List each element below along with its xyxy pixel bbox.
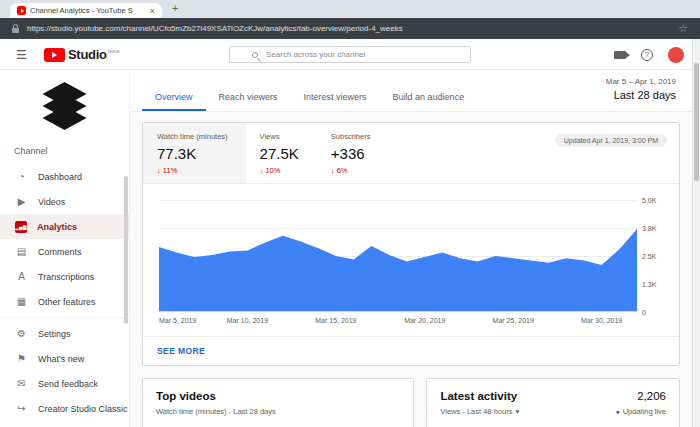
- url-text[interactable]: https://studio.youtube.com/channel/UCfo5…: [27, 24, 678, 33]
- summary-cards: Top videos Watch time (minutes) - Last 2…: [142, 378, 680, 427]
- channel-avatar[interactable]: [38, 82, 92, 132]
- sidebar-item-label: Comments: [38, 247, 82, 257]
- search-icon: [252, 52, 258, 58]
- tab-close-icon[interactable]: ×: [150, 6, 155, 16]
- sidebar-item-transcriptions[interactable]: A Transcriptions: [0, 264, 129, 289]
- tab-interest-viewers[interactable]: Interest viewers: [291, 85, 380, 111]
- sidebar-item-whats-new[interactable]: ⚑ What's new: [0, 346, 129, 371]
- metric-subscribers[interactable]: Subscribers +336 ↓ 6%: [317, 123, 389, 183]
- metric-value: +336: [331, 145, 371, 162]
- sidebar-item-send-feedback[interactable]: ✉ Send feedback: [0, 371, 129, 396]
- metric-watch-time[interactable]: Watch time (minutes) 77.3K ↓ 11%: [143, 123, 246, 183]
- y-axis-tick: 0: [642, 309, 674, 316]
- tab-build-audience[interactable]: Build an audience: [380, 85, 478, 111]
- metric-delta: ↓ 6%: [331, 166, 371, 175]
- help-icon[interactable]: ?: [641, 49, 653, 61]
- sidebar-scrollbar[interactable]: [124, 176, 128, 324]
- logo-text: Studio: [68, 47, 107, 62]
- y-axis-tick: 5.0K: [642, 197, 674, 204]
- x-axis-tick: Mar 25, 2019: [493, 317, 534, 324]
- x-axis-tick: Mar 15, 2019: [315, 317, 356, 324]
- other-features-icon: ▦: [15, 295, 28, 308]
- sidebar-item-label: Settings: [38, 329, 71, 339]
- account-avatar[interactable]: [668, 47, 684, 63]
- updating-live-label: Updating live: [623, 407, 666, 416]
- sidebar: Channel ◔ Dashboard ▶ Videos ▂▅▇ Analyti…: [0, 70, 130, 427]
- channel-label: Channel: [14, 146, 129, 156]
- sidebar-item-label: Creator Studio Classic: [38, 404, 128, 414]
- date-range-picker[interactable]: Mar 5 – Apr 1, 2019 Last 28 days: [606, 77, 676, 101]
- videos-icon: ▶: [15, 195, 28, 208]
- date-range-preset: Last 28 days: [606, 89, 676, 101]
- channel-search-box[interactable]: [229, 46, 471, 63]
- latest-activity-subrow: Views - Last 48 hours▾ ●Updating live: [440, 407, 666, 416]
- top-videos-subtitle: Watch time (minutes) - Last 28 days: [156, 407, 400, 416]
- header-actions: ?: [614, 39, 684, 70]
- analytics-main: Overview Reach viewers Interest viewers …: [130, 70, 692, 427]
- metric-delta-value: 10%: [265, 166, 280, 175]
- sidebar-item-label: What's new: [38, 354, 84, 364]
- tab-overview[interactable]: Overview: [142, 85, 206, 111]
- sidebar-item-settings[interactable]: ⚙ Settings: [0, 321, 129, 346]
- sidebar-item-creator-studio-classic[interactable]: ↪ Creator Studio Classic: [0, 396, 129, 421]
- address-bar: https://studio.youtube.com/channel/UCfo5…: [0, 18, 700, 39]
- date-range-text: Mar 5 – Apr 1, 2019: [606, 77, 676, 86]
- tab-reach-viewers[interactable]: Reach viewers: [206, 85, 291, 111]
- y-axis-tick: 1.3K: [642, 281, 674, 288]
- scrollbar-thumb[interactable]: [694, 63, 699, 181]
- metric-views[interactable]: Views 27.5K ↓ 10%: [246, 123, 317, 183]
- see-more-link[interactable]: SEE MORE: [143, 336, 679, 365]
- metric-label: Views: [260, 132, 299, 141]
- sidebar-item-comments[interactable]: ▤ Comments: [0, 239, 129, 264]
- updating-live-status: ●Updating live: [615, 407, 666, 416]
- whats-new-icon: ⚑: [15, 352, 28, 365]
- sidebar-item-videos[interactable]: ▶ Videos: [0, 189, 129, 214]
- sidebar-item-other-features[interactable]: ▦ Other features: [0, 289, 129, 314]
- create-video-icon[interactable]: [614, 51, 626, 59]
- settings-gear-icon: ⚙: [15, 327, 28, 340]
- metric-delta: ↓ 10%: [260, 166, 299, 175]
- x-axis-tick: Mar 5, 2019: [159, 317, 196, 324]
- search-input[interactable]: [266, 50, 470, 59]
- browser-window: Channel Analytics - YouTube S × + https:…: [0, 0, 700, 427]
- metric-value: 77.3K: [157, 145, 228, 162]
- analytics-icon: ▂▅▇: [15, 221, 27, 233]
- sidebar-item-label: Transcriptions: [38, 272, 94, 282]
- sidebar-item-label: Dashboard: [38, 172, 82, 182]
- comments-icon: ▤: [15, 245, 28, 258]
- tab-title: Channel Analytics - YouTube S: [30, 6, 146, 15]
- x-axis: Mar 5, 2019 Mar 10, 2019 Mar 15, 2019 Ma…: [159, 317, 637, 327]
- sidebar-item-dashboard[interactable]: ◔ Dashboard: [0, 164, 129, 189]
- app-header: ☰ Studio beta ?: [0, 39, 700, 70]
- sidebar-item-analytics[interactable]: ▂▅▇ Analytics: [0, 214, 129, 239]
- bookmark-star-icon[interactable]: ☆: [678, 22, 688, 35]
- analytics-tabs: Overview Reach viewers Interest viewers …: [130, 70, 692, 112]
- down-arrow-icon: ↓: [260, 166, 264, 175]
- youtube-studio-logo[interactable]: Studio beta: [44, 47, 119, 62]
- lock-icon: [12, 28, 19, 33]
- top-videos-title: Top videos: [156, 390, 400, 402]
- down-arrow-icon: ↓: [157, 166, 161, 175]
- updated-timestamp: Updated Apr 1, 2019, 3:00 PM: [555, 134, 667, 147]
- x-axis-tick: Mar 30, 2019: [581, 317, 622, 324]
- latest-activity-header: Latest activity 2,206: [440, 390, 666, 402]
- window-scrollbar[interactable]: [692, 39, 700, 427]
- metric-value: 27.5K: [260, 145, 299, 162]
- send-feedback-icon: ✉: [15, 377, 28, 390]
- chevron-down-icon: ▾: [515, 407, 519, 416]
- sidebar-divider: [0, 317, 129, 318]
- hamburger-menu-icon[interactable]: ☰: [16, 48, 27, 62]
- latest-activity-value: 2,206: [637, 390, 666, 402]
- x-axis-tick: Mar 10, 2019: [227, 317, 268, 324]
- x-axis-tick: Mar 20, 2019: [404, 317, 445, 324]
- metric-label: Subscribers: [331, 132, 371, 141]
- sidebar-item-label: Send feedback: [38, 379, 98, 389]
- new-tab-icon[interactable]: +: [172, 2, 178, 14]
- chart-baseline: [159, 311, 637, 312]
- latest-activity-card: Latest activity 2,206 Views - Last 48 ho…: [426, 378, 680, 427]
- sidebar-item-label: Analytics: [37, 222, 77, 232]
- y-axis-tick: 2.5K: [642, 253, 674, 260]
- latest-activity-filter[interactable]: Views - Last 48 hours▾: [440, 407, 519, 416]
- browser-tab[interactable]: Channel Analytics - YouTube S ×: [10, 3, 162, 18]
- watch-time-chart[interactable]: 5.0K 3.8K 2.5K 1.3K 0: [159, 200, 637, 312]
